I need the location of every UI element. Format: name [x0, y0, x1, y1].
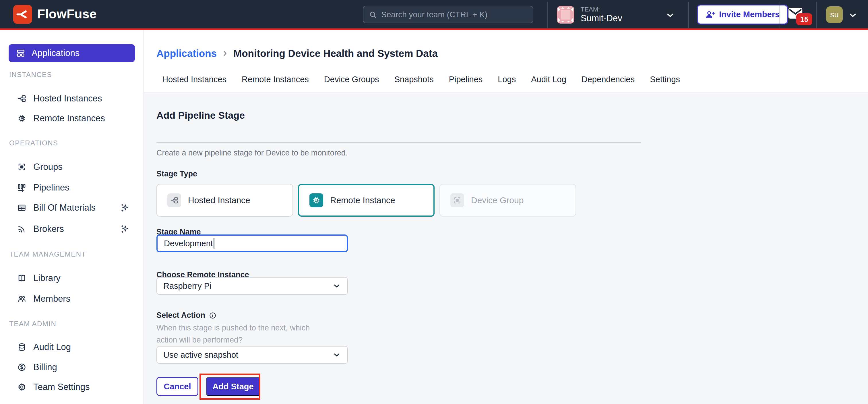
cancel-button[interactable]: Cancel	[156, 377, 198, 396]
sidebar-item-team-settings[interactable]: Team Settings	[0, 378, 143, 396]
tab-logs[interactable]: Logs	[498, 75, 516, 84]
team-avatar[interactable]	[557, 6, 575, 24]
sidebar-item-hosted-instances[interactable]: Hosted Instances	[0, 89, 143, 108]
chevron-right-icon	[221, 50, 229, 57]
form-actions: Cancel Add Stage	[156, 377, 260, 396]
sparkles-icon	[120, 224, 130, 234]
tab-hosted-instances[interactable]: Hosted Instances	[162, 75, 226, 84]
sidebar-item-label: Hosted Instances	[33, 93, 102, 104]
notification-count-badge: 15	[796, 13, 812, 25]
tab-remote-instances[interactable]: Remote Instances	[242, 75, 309, 84]
user-menu-chevron-down-icon[interactable]	[848, 10, 858, 20]
form-title: Add Pipeline Stage	[156, 110, 245, 121]
action-select[interactable]: Use active snapshot	[156, 346, 348, 364]
stage-type-remote-instance-card[interactable]: Remote Instance	[298, 184, 435, 217]
chevron-down-icon	[332, 282, 341, 290]
brand-title: FlowFuse	[37, 7, 97, 21]
add-stage-button[interactable]: Add Stage	[206, 377, 260, 396]
sparkles-icon	[120, 203, 130, 213]
sidebar-item-library[interactable]: Library	[0, 269, 143, 287]
sidebar-item-pipelines[interactable]: Pipelines	[0, 178, 143, 197]
sidebar-item-bill-of-materials[interactable]: Bill Of Materials	[0, 199, 143, 217]
tab-dependencies[interactable]: Dependencies	[582, 75, 634, 84]
sidebar-section-operations: OPERATIONS	[9, 139, 58, 147]
team-search[interactable]	[363, 6, 533, 23]
remote-instance-icon	[309, 193, 323, 207]
tab-audit-log[interactable]: Audit Log	[531, 75, 566, 84]
tab-pipelines[interactable]: Pipelines	[449, 75, 483, 84]
hosted-instance-icon	[167, 193, 181, 207]
device-group-icon	[451, 193, 464, 207]
stage-type-hosted-instance-card[interactable]: Hosted Instance	[156, 184, 293, 217]
sidebar-item-brokers[interactable]: Brokers	[0, 220, 143, 238]
team-name[interactable]: Sumit-Dev	[581, 13, 622, 24]
bill-of-materials-icon	[17, 203, 26, 212]
sidebar-item-label: Pipelines	[33, 182, 69, 193]
applications-icon	[16, 49, 25, 58]
sidebar: Applications INSTANCES Hosted Instances …	[0, 30, 144, 404]
action-value: Use active snapshot	[163, 350, 238, 360]
sidebar-section-team-admin: TEAM ADMIN	[9, 320, 56, 328]
sidebar-item-members[interactable]: Members	[0, 290, 143, 308]
topbar-divider	[780, 2, 780, 28]
title-divider	[156, 143, 641, 143]
select-action-row: Select Action	[156, 311, 217, 320]
topbar-divider	[816, 2, 817, 28]
flowfuse-app: FlowFuse TEAM: Sumit-Dev Invite Members	[0, 0, 868, 404]
stage-type-options: Hosted Instance Remote Instance Device G…	[156, 184, 576, 217]
text-cursor	[214, 238, 214, 249]
topbar-divider	[688, 2, 689, 28]
invite-members-button[interactable]: Invite Members	[697, 5, 788, 24]
add-pipeline-stage-panel: Add Pipeline Stage Create a new pipeline…	[144, 92, 868, 404]
breadcrumb-applications-link[interactable]: Applications	[156, 48, 217, 59]
breadcrumb: Applications Monitoring Device Health an…	[156, 48, 438, 59]
chevron-down-icon	[332, 351, 341, 359]
sidebar-item-applications[interactable]: Applications	[9, 44, 135, 62]
user-avatar[interactable]: su	[826, 6, 843, 23]
tab-device-groups[interactable]: Device Groups	[324, 75, 379, 84]
sidebar-item-label: Bill Of Materials	[33, 203, 96, 213]
sidebar-item-groups[interactable]: Groups	[0, 158, 143, 176]
select-action-label: Select Action	[156, 311, 205, 320]
info-icon[interactable]	[209, 312, 217, 319]
sidebar-item-billing[interactable]: Billing	[0, 358, 143, 376]
page-title: Monitoring Device Health and System Data	[234, 48, 438, 59]
stage-name-value: Development	[164, 239, 213, 248]
sidebar-item-label: Library	[33, 273, 61, 283]
sidebar-item-label: Billing	[33, 362, 57, 372]
top-navbar: FlowFuse TEAM: Sumit-Dev Invite Members	[0, 0, 868, 30]
brokers-icon	[17, 224, 26, 234]
sidebar-item-label: Audit Log	[33, 342, 71, 352]
remote-instance-value: Raspberry Pi	[163, 281, 212, 291]
pipelines-icon	[17, 183, 26, 192]
team-chevron-down-icon[interactable]	[665, 10, 675, 20]
groups-icon	[17, 162, 26, 172]
search-icon	[369, 10, 377, 19]
sidebar-item-audit-log[interactable]: Audit Log	[0, 338, 143, 356]
sidebar-item-label: Remote Instances	[33, 113, 105, 123]
sidebar-item-label: Applications	[32, 48, 80, 58]
main-content: Applications Monitoring Device Health an…	[144, 30, 868, 404]
flowfuse-logo-icon[interactable]	[13, 5, 32, 24]
billing-icon	[17, 363, 26, 372]
sidebar-item-remote-instances[interactable]: Remote Instances	[0, 109, 143, 127]
stage-type-option-label: Hosted Instance	[188, 195, 250, 205]
sidebar-section-instances: INSTANCES	[9, 71, 52, 79]
stage-type-label: Stage Type	[156, 170, 197, 178]
sidebar-section-team-management: TEAM MANAGEMENT	[9, 250, 86, 258]
search-input[interactable]	[381, 10, 528, 19]
notifications-button[interactable]: 15	[787, 7, 813, 27]
sidebar-item-label: Team Settings	[33, 382, 90, 392]
tab-settings[interactable]: Settings	[650, 75, 680, 84]
remote-instance-select[interactable]: Raspberry Pi	[156, 277, 348, 295]
tab-snapshots[interactable]: Snapshots	[394, 75, 434, 84]
library-icon	[17, 273, 26, 283]
hosted-instances-icon	[17, 94, 26, 103]
sidebar-item-label: Members	[33, 294, 70, 304]
team-label: TEAM:	[581, 6, 600, 13]
stage-type-option-label: Device Group	[471, 195, 524, 205]
stage-type-option-label: Remote Instance	[330, 195, 395, 205]
audit-log-icon	[17, 343, 26, 352]
members-icon	[17, 294, 26, 304]
stage-name-input[interactable]: Development	[156, 234, 348, 252]
